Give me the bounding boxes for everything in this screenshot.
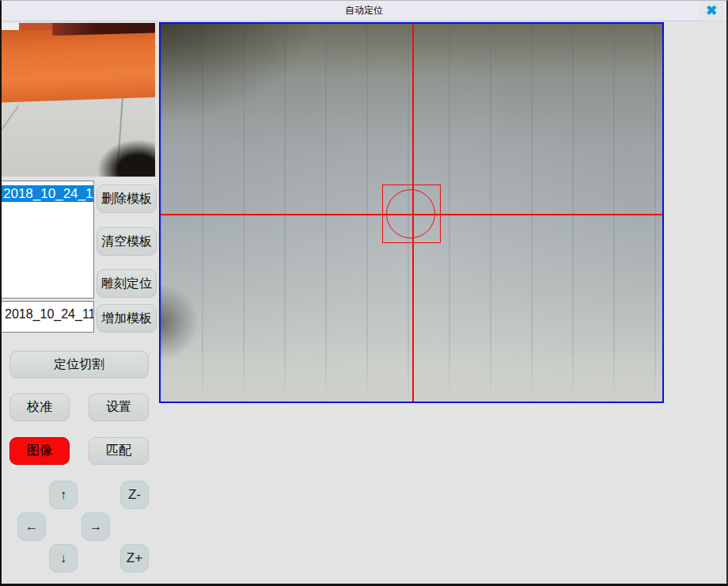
template-preview-image — [2, 23, 155, 177]
title-bar: 自动定位 ✖ — [0, 0, 728, 21]
auto-position-dialog: 自动定位 ✖ 2018_10_24_11 删除模板 清空模板 雕刻定位 增加模板… — [0, 0, 728, 586]
image-button[interactable]: 图像 — [9, 437, 70, 465]
jog-z-plus-button[interactable]: Z+ — [120, 544, 149, 573]
close-button[interactable]: ✖ — [699, 2, 724, 20]
template-list-item-selected[interactable]: 2018_10_24_11 — [2, 185, 93, 202]
template-name-input[interactable] — [1, 301, 94, 333]
clear-templates-button[interactable]: 清空模板 — [97, 227, 157, 256]
match-button[interactable]: 匹配 — [89, 437, 149, 465]
jog-z-minus-button[interactable]: Z- — [120, 481, 149, 509]
preview-dark-object — [98, 140, 155, 177]
engrave-position-button[interactable]: 雕刻定位 — [97, 269, 157, 298]
arrow-left-icon: ← — [25, 519, 38, 534]
arrow-down-icon: ↓ — [60, 551, 66, 565]
template-list[interactable]: 2018_10_24_11 — [1, 181, 94, 299]
jog-right-button[interactable]: → — [82, 512, 110, 541]
jog-up-button[interactable]: ↑ — [49, 481, 78, 509]
preview-white-corner — [2, 23, 19, 30]
window-title: 自动定位 — [345, 4, 383, 17]
camera-view — [159, 22, 664, 403]
calibrate-button[interactable]: 校准 — [9, 394, 70, 421]
add-template-button[interactable]: 增加模板 — [97, 304, 157, 333]
jog-left-button[interactable]: ← — [17, 512, 46, 541]
delete-template-button[interactable]: 删除模板 — [97, 185, 157, 213]
position-cut-button[interactable]: 定位切割 — [9, 351, 149, 379]
arrow-up-icon: ↑ — [60, 488, 66, 502]
jog-down-button[interactable]: ↓ — [49, 544, 78, 573]
preview-red-block — [17, 23, 54, 30]
close-icon: ✖ — [706, 3, 717, 18]
arrow-right-icon: → — [89, 519, 102, 534]
settings-button[interactable]: 设置 — [89, 394, 149, 421]
match-region-circle — [386, 189, 435, 238]
